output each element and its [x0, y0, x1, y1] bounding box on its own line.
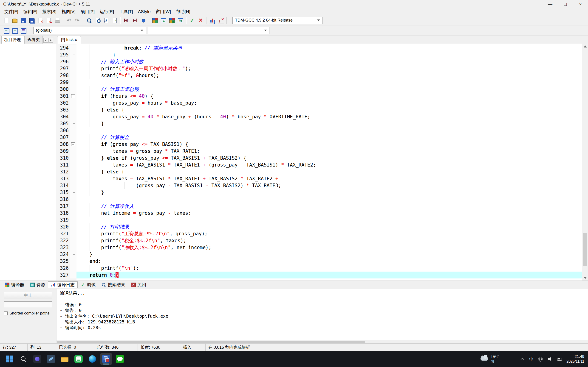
replace-button[interactable] — [102, 16, 110, 25]
taskbar-start[interactable] — [4, 353, 16, 365]
menu-item[interactable]: 项目[P] — [78, 8, 97, 15]
code-line[interactable]: // 计算税金 — [77, 134, 582, 141]
code-line[interactable]: gross_pay = hours * base_pay; — [77, 100, 582, 106]
code-line[interactable]: taxes = gross_pay * TAX_RATE1; — [77, 148, 582, 155]
code-line[interactable]: (gross_pay - TAX_BASIS1 - TAX_BASIS2) * … — [77, 182, 582, 189]
taskbar-search[interactable] — [17, 353, 29, 365]
code-line[interactable]: if (gross_pay <= TAX_BASIS1) { — [77, 141, 582, 148]
code-line[interactable]: printf("请输入一周工作的小时数："); — [77, 65, 582, 72]
taskbar-dev-cpp[interactable] — [100, 353, 112, 365]
compiler-profile-combo[interactable]: TDM-GCC 4.9.2 64-bit Release — [233, 17, 322, 24]
bottom-tab-debug[interactable]: 调试 — [78, 282, 99, 288]
goto-definition-button[interactable] — [139, 16, 147, 25]
goto-definition2-button[interactable] — [10, 26, 19, 35]
code-line[interactable]: return 0;} — [77, 272, 582, 278]
bottom-tab-log[interactable]: 编译日志 — [48, 282, 78, 288]
profile-chart-button[interactable] — [208, 16, 216, 25]
goto-declaration-button[interactable] — [2, 26, 10, 35]
class-browser-button[interactable] — [19, 26, 27, 35]
compile-button[interactable] — [151, 16, 159, 25]
code-line[interactable]: } — [77, 251, 582, 258]
new-file-button[interactable] — [2, 16, 10, 25]
tray-overflow-chevron-icon[interactable] — [519, 356, 525, 362]
volume-icon[interactable] — [547, 356, 553, 362]
code-line[interactable]: } else if (gross_pay <= TAX_BASIS1 + TAX… — [77, 155, 582, 161]
code-line[interactable]: } — [77, 51, 582, 58]
code-line[interactable] — [77, 79, 582, 86]
code-line[interactable]: // 输入工作小时数 — [77, 58, 582, 65]
sidebar-tab[interactable]: 查看类 — [24, 36, 43, 44]
globals-combo[interactable]: (globals) — [33, 27, 146, 34]
stop-button[interactable] — [196, 16, 205, 25]
shorten-paths-checkbox[interactable] — [4, 311, 8, 315]
scrollbar-thumb[interactable] — [57, 341, 365, 343]
close-file-button[interactable] — [36, 16, 44, 25]
sidebar-tab[interactable]: 项目管理 — [1, 36, 24, 44]
menu-item[interactable]: 窗口[W] — [153, 8, 173, 15]
menu-item[interactable]: 文件[F] — [2, 8, 21, 15]
bottom-tab-close-pane[interactable]: 关闭 — [128, 282, 149, 288]
taskbar-wechat[interactable] — [114, 353, 126, 365]
log-horizontal-scrollbar[interactable] — [57, 340, 588, 343]
ime-indicator[interactable]: 中 — [529, 356, 533, 362]
fold-box-icon[interactable] — [70, 93, 77, 100]
menu-item[interactable]: AStyle — [136, 8, 153, 15]
project-sidebar[interactable] — [0, 44, 56, 281]
code-line[interactable] — [77, 127, 582, 134]
editor-vertical-scrollbar[interactable] — [582, 44, 588, 281]
taskbar-notes-green[interactable] — [73, 353, 85, 365]
scroll-down-icon[interactable] — [582, 275, 588, 281]
code-line[interactable] — [77, 196, 582, 203]
code-line[interactable]: net_income = gross_pay - taxes; — [77, 210, 582, 217]
compile-run-button[interactable]: ▶ — [168, 16, 176, 25]
code-line[interactable]: break; // 重新显示菜单 — [77, 44, 582, 51]
bottom-tab-search-results[interactable]: 搜索结果 — [99, 282, 128, 288]
code-line[interactable]: gross_pay = 40 * base_pay + (hours - 40)… — [77, 113, 582, 120]
fold-box-icon[interactable] — [70, 141, 77, 148]
code-line[interactable]: taxes = TAX_BASIS1 * TAX_RATE1 + TAX_BAS… — [77, 175, 582, 182]
taskbar-file-explorer[interactable] — [59, 353, 71, 365]
taskbar-app-dark[interactable] — [31, 353, 43, 365]
code-line[interactable]: taxes = TAX_BASIS1 * TAX_RATE1 + (gross_… — [77, 161, 582, 168]
menu-item[interactable]: 运行[R] — [97, 8, 116, 15]
find-button[interactable] — [85, 16, 93, 25]
network-icon[interactable] — [537, 356, 543, 362]
rebuild-button[interactable] — [176, 16, 185, 25]
code-line[interactable]: // 打印结果 — [77, 223, 582, 230]
menu-item[interactable]: 搜索[S] — [40, 8, 59, 15]
code-line[interactable] — [77, 217, 582, 223]
bottom-tab-resource[interactable]: 资源 — [27, 282, 48, 288]
code-line[interactable]: // 计算工资总额 — [77, 86, 582, 93]
editor-tab-fuck-c[interactable]: [*] fuck.c — [57, 36, 81, 44]
menu-item[interactable]: 帮助[H] — [173, 8, 193, 15]
code-line[interactable]: scanf("%f", &hours); — [77, 72, 582, 79]
profile-delete-button[interactable] — [216, 16, 225, 25]
code-line[interactable]: } else { — [77, 106, 582, 113]
tab-scroll-left-icon[interactable] — [43, 38, 48, 43]
taskbar-clock[interactable]: 21:49 2025/11/11 — [566, 354, 584, 364]
undo-button[interactable] — [65, 16, 73, 25]
run-button[interactable] — [159, 16, 168, 25]
open-folder-button[interactable] — [10, 16, 19, 25]
menu-item[interactable]: 工具[T] — [116, 8, 135, 15]
members-combo[interactable] — [148, 27, 269, 34]
menu-item[interactable]: 编辑[E] — [21, 8, 40, 15]
close-all-button[interactable] — [44, 16, 53, 25]
taskbar-edge[interactable] — [86, 353, 98, 365]
code-line[interactable]: if (hours <= 40) { — [77, 93, 582, 100]
menu-item[interactable]: 视图[V] — [59, 8, 78, 15]
compile-log[interactable]: 编译结果...--------- 错误: 0- 警告: 0- 输出文件名: C:… — [57, 289, 588, 340]
code-line[interactable]: printf("净收入:$%.2f\n\n", net_income); — [77, 244, 582, 251]
find-in-files-button[interactable] — [93, 16, 102, 25]
code-line[interactable]: } — [77, 120, 582, 127]
maximize-button[interactable]: □ — [558, 0, 573, 8]
save-all-button[interactable] — [27, 16, 36, 25]
code-line[interactable]: printf("工资总额:$%.2f\n", gross_pay); — [77, 230, 582, 237]
debug-check-button[interactable] — [188, 16, 196, 25]
code-line[interactable]: } — [77, 189, 582, 196]
abort-button[interactable]: 中止 — [4, 292, 52, 299]
code-line[interactable]: // 计算净收入 — [77, 203, 582, 210]
code-area[interactable]: break; // 重新显示菜单}// 输入工作小时数printf("请输入一周… — [77, 44, 582, 281]
tab-scroll-right-icon[interactable] — [48, 38, 53, 43]
save-button[interactable] — [19, 16, 27, 25]
